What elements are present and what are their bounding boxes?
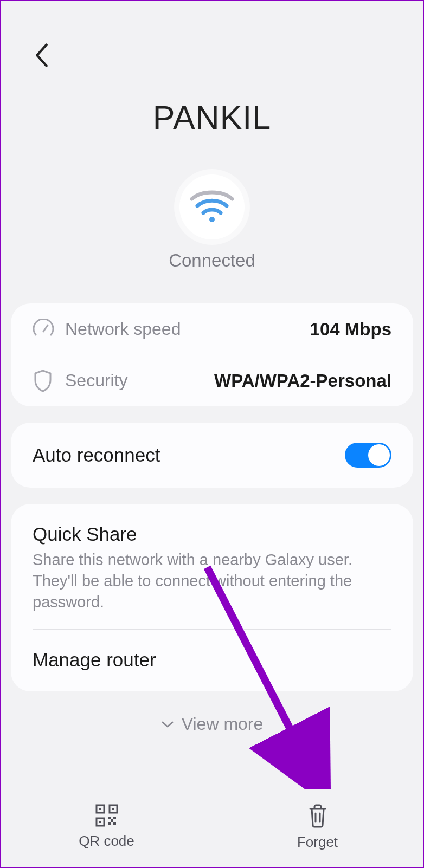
forget-label: Forget (297, 834, 338, 851)
wifi-status-icon-wrap (179, 174, 245, 239)
shield-icon (33, 369, 53, 393)
quick-share-item[interactable]: Quick Share Share this network with a ne… (33, 504, 391, 629)
view-more-label: View more (182, 714, 264, 734)
svg-rect-9 (113, 817, 116, 819)
network-speed-label: Network speed (65, 319, 181, 339)
security-label: Security (65, 371, 128, 391)
qr-code-icon (95, 804, 119, 827)
toggle-thumb (368, 444, 390, 467)
speedometer-icon (33, 319, 54, 340)
svg-point-0 (209, 217, 215, 222)
bottom-bar: QR code Forget (1, 804, 423, 851)
svg-rect-7 (99, 821, 101, 823)
auto-reconnect-toggle[interactable] (345, 443, 391, 468)
auto-reconnect-row[interactable]: Auto reconnect (33, 423, 391, 488)
network-info-card: Network speed 104 Mbps Security WPA/WPA2… (11, 303, 413, 406)
back-button[interactable] (28, 39, 55, 72)
manage-router-item[interactable]: Manage router (33, 630, 391, 691)
view-more-button[interactable]: View more (1, 714, 423, 734)
network-speed-value: 104 Mbps (310, 319, 391, 340)
security-row: Security WPA/WPA2-Personal (33, 355, 391, 406)
wifi-icon (189, 188, 235, 226)
svg-line-1 (43, 325, 48, 332)
connection-status: Connected (1, 250, 423, 271)
auto-reconnect-label: Auto reconnect (33, 444, 160, 466)
svg-rect-8 (108, 817, 111, 819)
quick-share-desc: Share this network with a nearby Galaxy … (33, 549, 391, 613)
svg-rect-5 (99, 808, 101, 810)
qr-code-button[interactable]: QR code (1, 804, 212, 851)
network-speed-row: Network speed 104 Mbps (33, 303, 391, 355)
manage-router-title: Manage router (33, 649, 391, 671)
quick-share-title: Quick Share (33, 523, 391, 545)
network-name: PANKIL (1, 99, 423, 137)
forget-button[interactable]: Forget (212, 804, 423, 851)
actions-card: Quick Share Share this network with a ne… (11, 504, 413, 691)
svg-rect-11 (113, 822, 116, 825)
chevron-left-icon (35, 43, 49, 67)
auto-reconnect-card: Auto reconnect (11, 423, 413, 488)
svg-rect-6 (112, 808, 114, 810)
svg-rect-10 (108, 822, 111, 825)
qr-code-label: QR code (79, 833, 134, 850)
trash-icon (307, 804, 329, 828)
svg-rect-12 (111, 819, 113, 822)
chevron-down-icon (161, 720, 174, 729)
security-value: WPA/WPA2-Personal (214, 371, 391, 391)
